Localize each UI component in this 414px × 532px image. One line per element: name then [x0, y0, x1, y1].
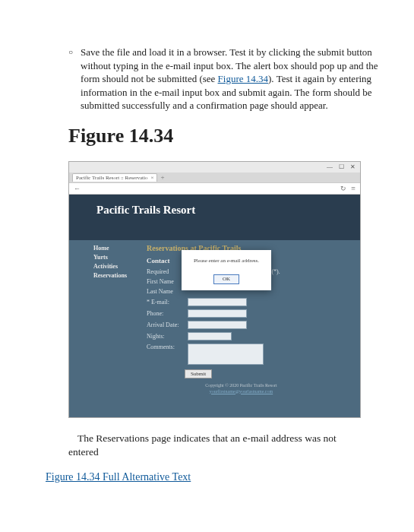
back-icon[interactable]: ← [74, 185, 81, 192]
alert-ok-button[interactable]: OK [213, 274, 239, 284]
nav-activities[interactable]: Activities [93, 262, 136, 271]
phone-field[interactable] [188, 309, 247, 318]
figure-heading: Figure 14.34 [68, 125, 384, 147]
figure-link[interactable]: Figure 14.34 [218, 73, 268, 84]
label-email: * E-mail: [147, 299, 183, 306]
email-field[interactable] [188, 298, 247, 306]
nav-yurts[interactable]: Yurts [93, 253, 136, 262]
arrival-field[interactable] [188, 321, 247, 329]
nights-field[interactable] [188, 332, 232, 340]
figure-screenshot: — ☐ ✕ Pacific Trails Resort :: Reservati… [68, 161, 361, 418]
label-arrival: Arrival Date: [147, 321, 183, 328]
window-controls: — ☐ ✕ [69, 162, 360, 173]
nav-home[interactable]: Home [93, 244, 136, 253]
maximize-icon[interactable]: ☐ [339, 163, 344, 170]
address-bar: ← ↻ ≡ [69, 182, 360, 195]
tab-label: Pacific Trails Resort :: Reservatio [76, 175, 148, 181]
footer-copyright: Copyright © 2020 Pacific Trails Resort y… [147, 383, 336, 395]
menu-icon[interactable]: ≡ [351, 184, 356, 192]
label-phone: Phone: [147, 310, 183, 317]
minimize-icon[interactable]: — [327, 163, 333, 170]
nav-reservations[interactable]: Reservations [93, 271, 136, 280]
submit-button[interactable]: Submit [185, 369, 212, 378]
bullet-marker: ○ [68, 46, 73, 112]
required-label-left: Required [147, 268, 183, 275]
reload-icon[interactable]: ↻ [340, 185, 346, 192]
label-first-name: First Name [147, 278, 183, 285]
body-paragraph: Save the file and load it in a browser. … [81, 46, 384, 112]
copyright-email-link[interactable]: yourfirstname@yourlastname.com [210, 389, 273, 394]
close-icon[interactable]: ✕ [350, 163, 356, 170]
new-tab-icon[interactable]: + [160, 173, 164, 181]
tab-bar: Pacific Trails Resort :: Reservatio × + [69, 173, 360, 182]
site-title: Pacific Trails Resort [93, 195, 336, 223]
label-nights: Nights: [147, 333, 183, 340]
copyright-text: Copyright © 2020 Pacific Trails Resort [205, 383, 277, 388]
page-content: Pacific Trails Resort Home Yurts Activit… [69, 195, 360, 417]
tab-close-icon[interactable]: × [151, 175, 154, 181]
figure-caption: The Reservations page indicates that an … [68, 432, 357, 459]
alert-message: Please enter an e-mail address. [188, 258, 265, 264]
comments-field[interactable] [188, 344, 264, 365]
label-comments: Comments: [147, 344, 183, 350]
label-last-name: Last Name [147, 288, 183, 295]
alert-dialog: Please enter an e-mail address. OK [182, 250, 271, 290]
nav-sidebar: Home Yurts Activities Reservations [93, 244, 136, 395]
browser-tab[interactable]: Pacific Trails Resort :: Reservatio × [72, 173, 157, 182]
full-alt-text-link[interactable]: Figure 14.34 Full Alternative Text [46, 471, 384, 483]
list-item: ○ Save the file and load it in a browser… [68, 46, 384, 112]
